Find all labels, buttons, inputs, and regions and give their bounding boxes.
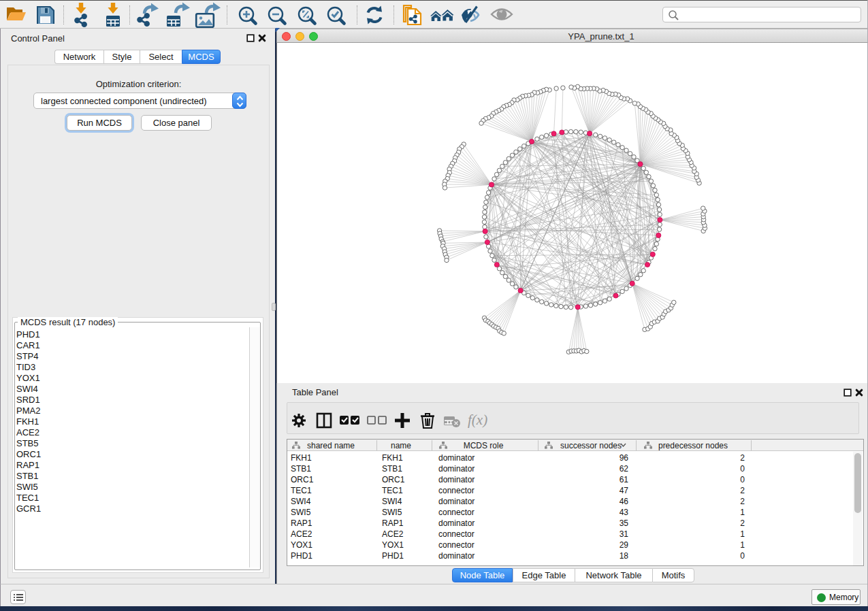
svg-text:f(x): f(x)	[468, 412, 487, 428]
